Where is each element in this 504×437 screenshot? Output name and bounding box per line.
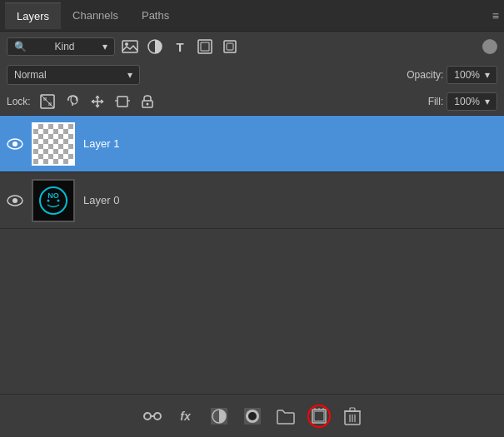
text-type-icon[interactable]: T bbox=[170, 37, 190, 57]
layer-thumbnail-layer1 bbox=[32, 122, 75, 166]
layer-name-layer1: Layer 1 bbox=[83, 137, 119, 150]
opacity-dropdown[interactable]: 100% ▾ bbox=[447, 66, 497, 84]
tab-layers[interactable]: Layers bbox=[5, 2, 61, 29]
layer-item-layer1[interactable]: Layer 1 bbox=[0, 116, 504, 172]
lock-image-icon[interactable] bbox=[62, 92, 82, 112]
svg-rect-24 bbox=[144, 413, 151, 420]
svg-rect-0 bbox=[122, 41, 137, 52]
image-type-icon[interactable] bbox=[120, 37, 140, 57]
opacity-label: Opacity: bbox=[407, 69, 443, 81]
adjustment-type-icon[interactable] bbox=[145, 37, 165, 57]
tab-channels[interactable]: Channels bbox=[61, 2, 130, 28]
opacity-chevron: ▾ bbox=[485, 69, 490, 81]
kind-label: Kind bbox=[54, 41, 74, 52]
layers-list: Layer 1 NO bbox=[0, 116, 504, 394]
delete-layer-icon[interactable] bbox=[341, 405, 364, 428]
layer-name-layer0: Layer 0 bbox=[83, 194, 119, 206]
fill-value: 100% bbox=[454, 96, 480, 107]
kind-dropdown[interactable]: 🔍 Kind ▾ bbox=[7, 37, 115, 56]
svg-rect-25 bbox=[154, 413, 161, 420]
new-group-icon[interactable] bbox=[274, 405, 297, 428]
adjustment-layer-icon[interactable] bbox=[207, 405, 231, 428]
visibility-icon-layer0[interactable] bbox=[7, 195, 23, 206]
svg-rect-7 bbox=[43, 97, 47, 101]
lock-position-icon[interactable] bbox=[87, 92, 107, 112]
toolbar-row-lock: Lock: bbox=[0, 88, 504, 116]
toolbar-row-blend: Normal ▾ Opacity: 100% ▾ bbox=[0, 62, 504, 88]
lock-label: Lock: bbox=[7, 96, 31, 107]
svg-point-1 bbox=[125, 42, 128, 46]
svg-point-22 bbox=[47, 199, 50, 201]
fx-icon[interactable]: fx bbox=[174, 405, 197, 428]
svg-rect-8 bbox=[48, 102, 52, 106]
kind-chevron: ▾ bbox=[102, 41, 107, 52]
shape-type-icon[interactable] bbox=[195, 37, 215, 57]
fill-dropdown[interactable]: 100% ▾ bbox=[447, 92, 497, 111]
tab-paths[interactable]: Paths bbox=[130, 2, 181, 28]
fill-section: Fill: 100% ▾ bbox=[428, 92, 497, 111]
layer-color-swatch[interactable] bbox=[482, 39, 497, 54]
opacity-section: Opacity: 100% ▾ bbox=[407, 66, 497, 84]
blend-mode-dropdown[interactable]: Normal ▾ bbox=[7, 65, 140, 85]
layer-item-layer0[interactable]: NO Layer 0 bbox=[0, 172, 504, 229]
lock-artboard-icon[interactable] bbox=[112, 92, 132, 112]
transparent-thumb bbox=[33, 124, 73, 164]
link-icon[interactable] bbox=[141, 405, 164, 428]
visibility-icon-layer1[interactable] bbox=[7, 138, 23, 150]
svg-point-23 bbox=[57, 199, 60, 201]
svg-point-17 bbox=[12, 142, 17, 146]
mask-icon[interactable] bbox=[241, 405, 264, 428]
svg-point-15 bbox=[146, 103, 148, 106]
tab-bar: Layers Channels Paths ≡ bbox=[0, 0, 504, 32]
svg-rect-5 bbox=[227, 43, 233, 50]
lock-all-icon[interactable] bbox=[137, 92, 157, 112]
svg-rect-3 bbox=[198, 40, 212, 53]
lock-transparent-icon[interactable] bbox=[37, 92, 57, 112]
new-layer-icon[interactable] bbox=[307, 405, 331, 428]
fill-label: Fill: bbox=[428, 96, 444, 107]
svg-text:NO: NO bbox=[47, 191, 59, 200]
fill-chevron: ▾ bbox=[485, 96, 490, 107]
svg-rect-32 bbox=[314, 411, 324, 421]
svg-point-30 bbox=[248, 412, 257, 420]
panel-menu-icon[interactable]: ≡ bbox=[492, 9, 499, 22]
toolbar-row-kind: 🔍 Kind ▾ T bbox=[0, 32, 504, 62]
layer0-content: NO bbox=[33, 181, 73, 221]
bottom-toolbar: fx bbox=[0, 394, 504, 437]
opacity-value: 100% bbox=[454, 69, 480, 81]
smart-object-type-icon[interactable] bbox=[220, 37, 240, 57]
layers-panel: Layers Channels Paths ≡ 🔍 Kind ▾ T bbox=[0, 0, 504, 437]
svg-point-19 bbox=[12, 198, 17, 203]
svg-rect-4 bbox=[224, 41, 236, 52]
lock-icons-group bbox=[37, 92, 157, 112]
svg-rect-11 bbox=[117, 97, 127, 107]
blend-mode-chevron: ▾ bbox=[127, 69, 132, 81]
search-icon: 🔍 bbox=[14, 41, 27, 52]
layer-thumbnail-layer0: NO bbox=[32, 179, 75, 222]
blend-mode-label: Normal bbox=[14, 69, 47, 81]
fx-label: fx bbox=[180, 410, 190, 423]
